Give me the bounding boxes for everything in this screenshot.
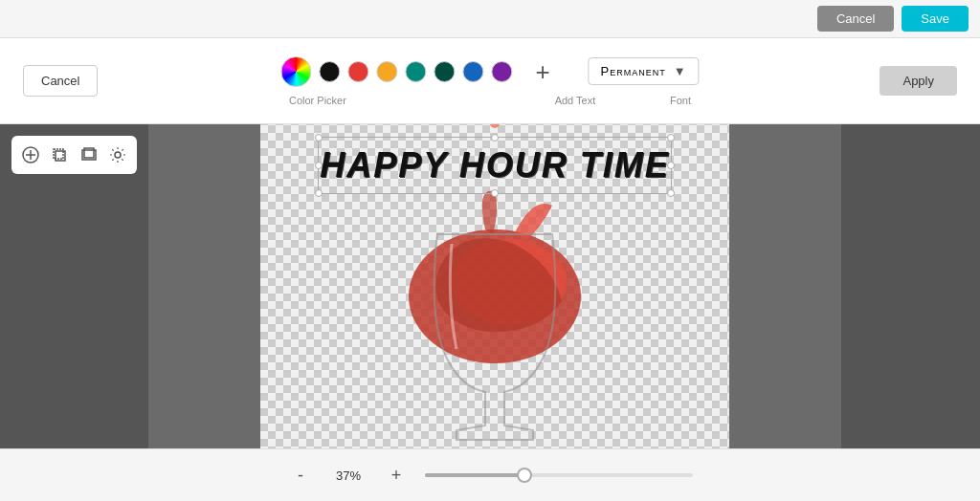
apply-button[interactable]: Apply <box>880 66 957 96</box>
bottom-bar: - 37% + <box>0 448 980 501</box>
main-content: wine <box>0 124 980 448</box>
font-dropdown[interactable]: Permanent ▼ <box>589 57 700 85</box>
color-picker-wheel[interactable] <box>280 56 311 87</box>
zoom-thumb[interactable] <box>517 468 532 483</box>
canvas-text[interactable]: Happy Hour Time <box>319 145 671 185</box>
color-row: + Permanent ▼ <box>280 56 699 87</box>
zoom-fill <box>425 473 524 477</box>
add-text-plus-icon: + <box>535 59 549 84</box>
text-overlay[interactable]: Happy Hour Time <box>318 137 672 194</box>
toolbar: Cancel + Permanent ▼ <box>0 38 980 124</box>
add-tool-icon[interactable] <box>21 143 40 166</box>
color-picker-label: Color Picker <box>289 95 346 106</box>
handle-top-right[interactable] <box>667 134 675 142</box>
layers-tool-icon[interactable] <box>79 143 99 166</box>
settings-tool-icon[interactable] <box>108 143 127 166</box>
add-text-button[interactable]: + <box>535 59 549 84</box>
add-text-label: Add Text <box>555 95 596 106</box>
zoom-value: 37% <box>329 468 368 483</box>
zoom-plus-button[interactable]: + <box>383 462 410 489</box>
canvas-wrapper: wine <box>260 124 729 448</box>
color-swatch-purple[interactable] <box>491 61 512 82</box>
selection-box: Happy Hour Time <box>318 137 672 194</box>
color-swatch-orange[interactable] <box>376 61 397 82</box>
font-name-label: Permanent <box>601 64 666 78</box>
zoom-slider-container <box>425 473 693 477</box>
left-sidebar <box>0 124 148 448</box>
cancel-top-button[interactable]: Cancel <box>817 6 894 32</box>
handle-bottom-center[interactable] <box>491 189 499 197</box>
color-swatch-teal[interactable] <box>405 61 426 82</box>
save-button[interactable]: Save <box>902 6 969 32</box>
toolbar-right: Apply <box>880 66 957 96</box>
handle-top-center[interactable] <box>491 134 499 142</box>
chevron-down-icon: ▼ <box>674 64 687 78</box>
color-swatch-dark-teal[interactable] <box>434 61 455 82</box>
cancel-toolbar-button[interactable]: Cancel <box>23 65 98 97</box>
right-sidebar <box>841 124 980 448</box>
toolbar-left: Cancel <box>23 65 98 97</box>
sidebar-tools <box>11 136 137 174</box>
color-swatch-black[interactable] <box>319 61 340 82</box>
toolbar-center: + Permanent ▼ Color Picker Add Text Font <box>280 56 699 106</box>
font-label: Font <box>670 95 691 106</box>
handle-top-left[interactable] <box>315 134 323 142</box>
font-selector: Permanent ▼ <box>589 57 700 85</box>
color-swatch-red[interactable] <box>347 61 368 82</box>
color-swatch-blue[interactable] <box>462 61 483 82</box>
top-bar: Cancel Save <box>0 0 980 38</box>
handle-bottom-left[interactable] <box>315 189 323 197</box>
canvas-area: wine <box>148 124 841 448</box>
handle-bottom-right[interactable] <box>667 189 675 197</box>
zoom-minus-button[interactable]: - <box>287 462 314 489</box>
zoom-track[interactable] <box>425 473 693 477</box>
crop-tool-icon[interactable] <box>50 143 69 166</box>
svg-point-7 <box>115 152 121 158</box>
